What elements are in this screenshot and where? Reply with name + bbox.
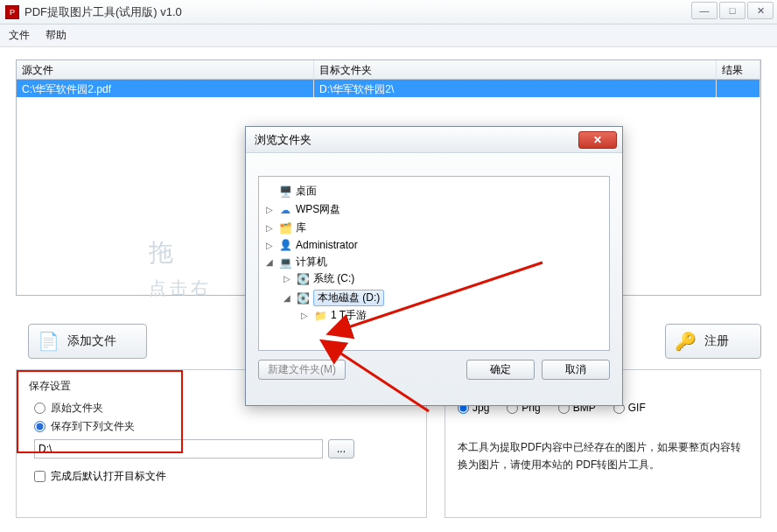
- menu-file[interactable]: 文件: [9, 28, 30, 43]
- dialog-close-button[interactable]: ✕: [578, 131, 617, 149]
- open-after-label: 完成后默认打开目标文件: [51, 469, 166, 484]
- window-title: PDF提取图片工具(试用版) v1.0: [24, 4, 182, 20]
- add-file-button[interactable]: 📄 添加文件: [28, 324, 147, 359]
- cell-source: C:\华军软件园2.pdf: [17, 80, 314, 97]
- menu-help[interactable]: 帮助: [46, 28, 66, 43]
- header-source[interactable]: 源文件: [17, 60, 314, 79]
- tree-subfolder[interactable]: ▷📁1 T手游: [299, 308, 604, 323]
- open-after-checkbox[interactable]: [34, 471, 46, 482]
- tree-drive-c[interactable]: ▷💽系统 (C:): [282, 271, 604, 286]
- radio-custom-input[interactable]: [34, 421, 46, 432]
- radio-custom-folder[interactable]: 保存到下列文件夹: [34, 419, 414, 434]
- radio-original-label: 原始文件夹: [51, 401, 103, 416]
- minimize-button[interactable]: —: [691, 2, 718, 19]
- folder-icon: 📁: [313, 310, 327, 322]
- cloud-icon: ☁: [278, 204, 292, 216]
- tree-drive-d[interactable]: ◢💽本地磁盘 (D:): [282, 290, 604, 306]
- tree-administrator[interactable]: ▷👤Administrator: [264, 239, 604, 251]
- app-icon: P: [5, 5, 19, 19]
- dialog-title: 浏览文件夹: [255, 132, 312, 148]
- register-icon: 🔑: [673, 329, 697, 354]
- computer-icon: 💻: [278, 256, 292, 269]
- tree-library[interactable]: ▷🗂️库: [264, 220, 604, 235]
- register-button[interactable]: 🔑 注册: [665, 324, 761, 359]
- save-path-input[interactable]: [34, 439, 323, 458]
- table-header: 源文件 目标文件夹 结果: [17, 60, 760, 80]
- ok-button[interactable]: 确定: [466, 360, 535, 380]
- desktop-icon: 🖥️: [278, 186, 292, 198]
- radio-custom-label: 保存到下列文件夹: [51, 419, 135, 434]
- tree-computer[interactable]: ◢💻计算机: [264, 255, 604, 270]
- title-bar: P PDF提取图片工具(试用版) v1.0 — □ ✕: [0, 0, 777, 24]
- cell-result: [717, 80, 760, 97]
- drive-icon: 💽: [296, 273, 310, 285]
- register-label: 注册: [704, 333, 729, 349]
- dialog-buttons: 新建文件夹(M) 确定 取消: [246, 360, 622, 380]
- folder-tree[interactable]: 🖥️桌面 ▷☁WPS网盘 ▷🗂️库 ▷👤Administrator ◢💻计算机 …: [258, 176, 610, 351]
- drive-icon: 💽: [296, 292, 310, 304]
- add-file-label: 添加文件: [67, 333, 116, 349]
- tree-drive-d-label: 本地磁盘 (D:): [313, 290, 384, 306]
- close-button[interactable]: ✕: [747, 2, 774, 19]
- cancel-button[interactable]: 取消: [542, 360, 610, 380]
- cell-target: D:\华军软件园2\: [314, 80, 717, 97]
- header-target[interactable]: 目标文件夹: [314, 60, 717, 79]
- info-text: 本工具为提取PDF内容中已经存在的图片，如果要整页内容转换为图片，请使用本站的 …: [458, 438, 748, 474]
- radio-original-input[interactable]: [34, 402, 46, 414]
- dialog-titlebar: 浏览文件夹 ✕: [246, 127, 622, 153]
- browse-folder-dialog: 浏览文件夹 ✕ 🖥️桌面 ▷☁WPS网盘 ▷🗂️库 ▷👤Administrato…: [245, 126, 623, 406]
- tree-wps[interactable]: ▷☁WPS网盘: [264, 202, 604, 217]
- library-icon: 🗂️: [278, 222, 292, 234]
- tree-desktop[interactable]: 🖥️桌面: [264, 184, 604, 199]
- browse-button[interactable]: ...: [328, 439, 354, 458]
- menu-bar: 文件 帮助: [0, 24, 777, 47]
- new-folder-button[interactable]: 新建文件夹(M): [258, 360, 346, 380]
- table-row[interactable]: C:\华军软件园2.pdf D:\华军软件园2\: [17, 80, 760, 97]
- maximize-button[interactable]: □: [719, 2, 746, 19]
- user-icon: 👤: [278, 239, 292, 251]
- add-file-icon: 📄: [36, 329, 60, 354]
- header-result[interactable]: 结果: [717, 60, 760, 79]
- open-after-checkbox-row[interactable]: 完成后默认打开目标文件: [34, 469, 414, 484]
